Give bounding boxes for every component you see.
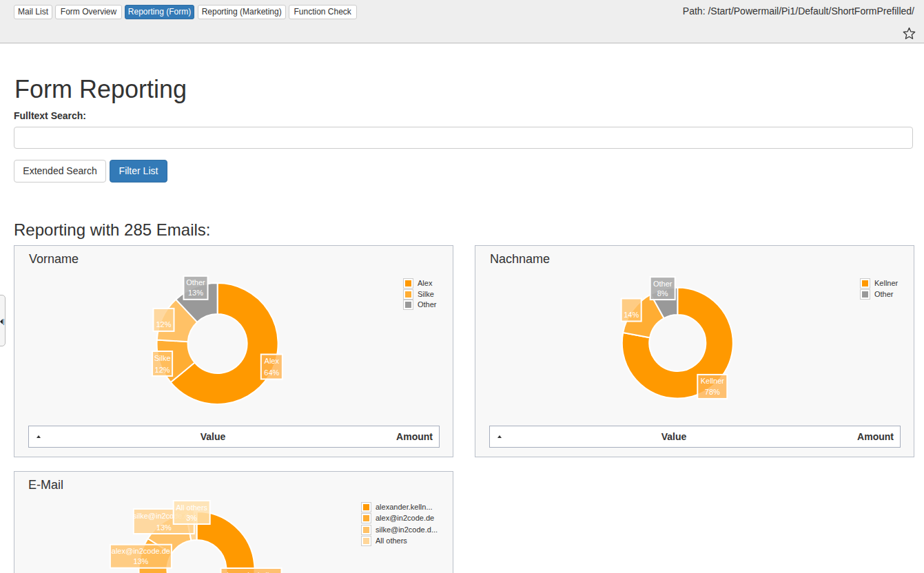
svg-text:alex@in2code.de: alex@in2code.de [112,547,170,555]
svg-text:Other: Other [186,278,205,286]
svg-text:Other: Other [653,280,673,288]
svg-text:78%: 78% [705,388,720,396]
svg-text:14%: 14% [624,311,639,319]
svg-text:3%: 3% [186,514,197,522]
svg-text:alexander.kelln...: alexander.kelln... [223,571,280,573]
svg-text:13%: 13% [133,557,148,565]
svg-text:Kellner: Kellner [701,377,725,385]
svg-text:13%: 13% [188,289,203,297]
svg-text:Alex: Alex [265,357,280,365]
svg-text:13%: 13% [156,523,172,532]
svg-text:12%: 12% [155,366,170,374]
svg-text:64%: 64% [264,368,279,377]
svg-text:12%: 12% [156,320,171,329]
svg-text:Silke: Silke [154,354,171,362]
svg-text:All others: All others [176,503,207,512]
svg-text:8%: 8% [657,289,668,298]
